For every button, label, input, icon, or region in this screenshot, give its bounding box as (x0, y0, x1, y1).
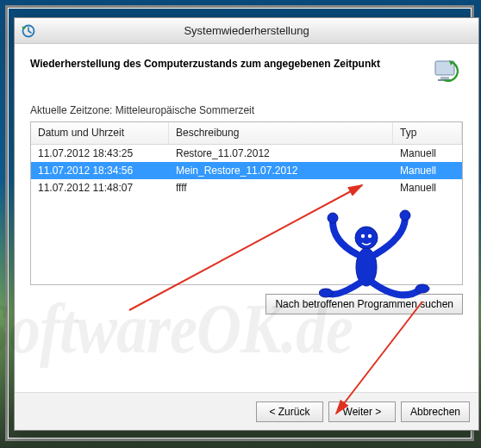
scan-affected-programs-button[interactable]: Nach betroffenen Programmen suchen (265, 294, 463, 314)
cell-date: 11.07.2012 18:43:25 (31, 145, 169, 162)
col-header-desc[interactable]: Beschreibung (169, 122, 393, 144)
cell-desc: ffff (169, 179, 393, 196)
cell-type: Manuell (393, 179, 462, 196)
cell-desc: Mein_Restore_11.07.2012 (169, 162, 393, 179)
page-heading: Wiederherstellung des Computerzustands z… (30, 56, 380, 70)
cell-type: Manuell (393, 145, 462, 162)
col-header-date[interactable]: Datum und Uhrzeit (31, 122, 169, 144)
cell-date: 11.07.2012 18:34:56 (31, 162, 169, 179)
svg-rect-2 (440, 77, 449, 79)
restore-points-list[interactable]: Datum und Uhrzeit Beschreibung Typ 11.07… (30, 121, 463, 285)
dialog-window: Systemwiederherstellung Wiederherstellun… (14, 17, 479, 431)
cell-date: 11.07.2012 11:48:07 (31, 179, 169, 196)
content-area: Wiederherstellung des Computerzustands z… (15, 44, 478, 327)
cell-type: Manuell (393, 162, 462, 179)
timezone-label: Aktuelle Zeitzone: Mitteleuropäische Som… (30, 104, 463, 116)
cell-desc: Restore_11.07.2012 (169, 145, 393, 162)
wizard-footer: < Zurück Weiter > Abbrechen (15, 392, 478, 430)
table-row[interactable]: 11.07.2012 18:43:25Restore_11.07.2012Man… (31, 145, 462, 162)
col-header-type[interactable]: Typ (393, 122, 462, 144)
back-button[interactable]: < Zurück (256, 401, 323, 422)
next-button[interactable]: Weiter > (328, 401, 396, 422)
cancel-button[interactable]: Abbrechen (401, 401, 470, 422)
titlebar: Systemwiederherstellung (15, 18, 478, 44)
list-header: Datum und Uhrzeit Beschreibung Typ (31, 122, 462, 145)
window-title: Systemwiederherstellung (15, 24, 478, 37)
restore-icon (432, 56, 463, 87)
table-row[interactable]: 11.07.2012 18:34:56Mein_Restore_11.07.20… (31, 162, 462, 179)
table-row[interactable]: 11.07.2012 11:48:07ffffManuell (31, 179, 462, 196)
